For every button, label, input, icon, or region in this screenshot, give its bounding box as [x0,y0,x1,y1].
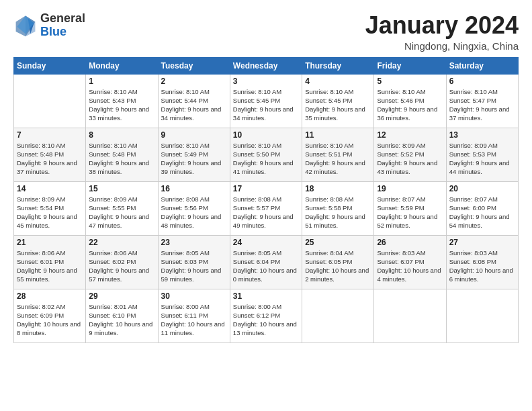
calendar-week-2: 14 Sunrise: 8:09 AM Sunset: 5:54 PM Dayl… [14,181,519,235]
day-number: 29 [89,291,154,301]
calendar-table: Sunday Monday Tuesday Wednesday Thursday… [13,57,519,343]
day-info: Sunrise: 8:00 AM Sunset: 6:11 PM Dayligh… [161,302,227,338]
day-number: 16 [161,184,227,193]
day-number: 19 [377,184,443,193]
calendar-cell: 7 Sunrise: 8:10 AMSunset: 5:48 PMDayligh… [14,128,86,181]
calendar-cell: 28 Sunrise: 8:02 AM Sunset: 6:09 PM Dayl… [14,289,86,342]
day-info: Sunrise: 8:07 AM Sunset: 5:59 PM Dayligh… [377,195,443,230]
day-number: 9 [161,130,227,140]
calendar-cell: 15 Sunrise: 8:09 AM Sunset: 5:55 PM Dayl… [86,181,158,235]
day-number: 12 [377,130,443,140]
day-info: Sunrise: 8:03 AM Sunset: 6:08 PM Dayligh… [449,248,515,284]
calendar-cell: 25 Sunrise: 8:04 AM Sunset: 6:05 PM Dayl… [302,235,374,289]
day-number: 4 [305,77,371,86]
calendar-cell: 2 Sunrise: 8:10 AM Sunset: 5:44 PM Dayli… [158,74,230,128]
day-info: Sunrise: 8:09 AM Sunset: 5:53 PM Dayligh… [449,141,515,177]
calendar-week-0: 1 Sunrise: 8:10 AM Sunset: 5:43 PM Dayli… [14,74,519,128]
th-friday: Friday [374,57,446,74]
day-info: Sunrise: 8:03 AM Sunset: 6:07 PM Dayligh… [377,248,443,284]
calendar-cell: 17 Sunrise: 8:08 AM Sunset: 5:57 PM Dayl… [230,181,302,235]
day-info: Sunrise: 8:10 AM Sunset: 5:50 PM Dayligh… [233,141,299,177]
day-number: 3 [233,77,299,86]
th-wednesday: Wednesday [230,57,302,74]
day-number: 27 [449,238,515,247]
day-info: Sunrise: 8:10 AM Sunset: 5:45 PM Dayligh… [233,87,299,123]
day-number: 30 [161,291,227,301]
day-number: 22 [89,238,154,247]
calendar-week-3: 21 Sunrise: 8:06 AM Sunset: 6:01 PM Dayl… [14,235,519,289]
day-number: 13 [449,130,515,140]
th-sunday: Sunday [14,57,86,74]
day-number: 2 [161,77,227,86]
calendar-cell: 8 Sunrise: 8:10 AM Sunset: 5:48 PM Dayli… [86,128,158,181]
th-tuesday: Tuesday [158,57,230,74]
day-info: Sunrise: 8:08 AM Sunset: 5:57 PM Dayligh… [233,195,299,230]
day-number: 5 [377,77,443,86]
day-info: Sunrise: 8:10 AM Sunset: 5:45 PM Dayligh… [305,87,371,123]
day-info: Sunrise: 8:10 AM Sunset: 5:44 PM Dayligh… [161,87,227,123]
calendar-cell: 13 Sunrise: 8:09 AM Sunset: 5:53 PM Dayl… [446,128,518,181]
calendar-cell: 1 Sunrise: 8:10 AM Sunset: 5:43 PM Dayli… [86,74,158,128]
logo-icon [13,13,38,38]
location: Ningdong, Ningxia, China [365,40,519,52]
calendar-cell: 3 Sunrise: 8:10 AM Sunset: 5:45 PM Dayli… [230,74,302,128]
day-info: Sunrise: 8:09 AM Sunset: 5:52 PM Dayligh… [377,141,443,177]
day-number: 28 [17,291,83,301]
calendar-cell: 5 Sunrise: 8:10 AM Sunset: 5:46 PM Dayli… [374,74,446,128]
calendar-week-4: 28 Sunrise: 8:02 AM Sunset: 6:09 PM Dayl… [14,289,519,342]
page-container: General Blue January 2024 Ningdong, Ning… [0,0,532,350]
calendar-cell [374,289,446,342]
day-info: Sunrise: 8:10 AM Sunset: 5:46 PM Dayligh… [377,87,443,123]
th-monday: Monday [86,57,158,74]
day-number: 7 [17,130,83,140]
day-info: Sunrise: 8:00 AM Sunset: 6:12 PM Dayligh… [233,302,299,338]
calendar-cell: 26 Sunrise: 8:03 AM Sunset: 6:07 PM Dayl… [374,235,446,289]
calendar-cell: 18 Sunrise: 8:08 AM Sunset: 5:58 PM Dayl… [302,181,374,235]
day-number: 24 [233,238,299,247]
day-info: Sunrise: 8:06 AM Sunset: 6:01 PM Dayligh… [17,248,83,284]
logo-general: General [40,12,85,26]
day-info: Sunrise: 8:04 AM Sunset: 6:05 PM Dayligh… [305,248,371,284]
day-number: 6 [449,77,515,86]
calendar-cell [302,289,374,342]
calendar-cell [446,289,518,342]
logo-blue: Blue [40,26,85,39]
logo: General Blue [13,12,85,39]
day-info: Sunrise: 8:02 AM Sunset: 6:09 PM Dayligh… [17,302,83,338]
day-info: Sunrise: 8:10 AM Sunset: 5:49 PM Dayligh… [161,141,227,177]
calendar-cell: 23 Sunrise: 8:05 AM Sunset: 6:03 PM Dayl… [158,235,230,289]
day-info: Sunrise: 8:10 AM Sunset: 5:51 PM Dayligh… [305,141,371,177]
day-number: 23 [161,238,227,247]
day-number: 25 [305,238,371,247]
calendar-cell: 20 Sunrise: 8:07 AM Sunset: 6:00 PM Dayl… [446,181,518,235]
calendar-cell: 27 Sunrise: 8:03 AM Sunset: 6:08 PM Dayl… [446,235,518,289]
calendar-cell: 12 Sunrise: 8:09 AM Sunset: 5:52 PM Dayl… [374,128,446,181]
calendar-week-1: 7 Sunrise: 8:10 AMSunset: 5:48 PMDayligh… [14,128,519,181]
calendar-cell: 21 Sunrise: 8:06 AM Sunset: 6:01 PM Dayl… [14,235,86,289]
header-row: Sunday Monday Tuesday Wednesday Thursday… [14,57,519,74]
day-info: Sunrise: 8:06 AM Sunset: 6:02 PM Dayligh… [89,248,154,284]
day-number: 8 [89,130,154,140]
day-number: 11 [305,130,371,140]
day-info: Sunrise: 8:08 AM Sunset: 5:56 PM Dayligh… [161,195,227,230]
calendar-cell: 4 Sunrise: 8:10 AM Sunset: 5:45 PM Dayli… [302,74,374,128]
th-thursday: Thursday [302,57,374,74]
day-number: 31 [233,291,299,301]
day-number: 15 [89,184,154,193]
calendar-cell: 10 Sunrise: 8:10 AM Sunset: 5:50 PM Dayl… [230,128,302,181]
day-number: 17 [233,184,299,193]
day-info: Sunrise: 8:05 AM Sunset: 6:03 PM Dayligh… [161,248,227,284]
calendar-cell: 22 Sunrise: 8:06 AM Sunset: 6:02 PM Dayl… [86,235,158,289]
day-number: 1 [89,77,154,86]
title-block: January 2024 Ningdong, Ningxia, China [365,12,519,52]
calendar-cell: 31 Sunrise: 8:00 AM Sunset: 6:12 PM Dayl… [230,289,302,342]
day-info: Sunrise: 8:09 AM Sunset: 5:55 PM Dayligh… [89,195,154,230]
day-info: Sunrise: 8:08 AM Sunset: 5:58 PM Dayligh… [305,195,371,230]
day-number: 14 [17,184,83,193]
calendar-cell: 19 Sunrise: 8:07 AM Sunset: 5:59 PM Dayl… [374,181,446,235]
day-info: Sunrise: 8:10 AM Sunset: 5:47 PM Dayligh… [449,87,515,123]
calendar-cell: 11 Sunrise: 8:10 AM Sunset: 5:51 PM Dayl… [302,128,374,181]
calendar-cell: 16 Sunrise: 8:08 AM Sunset: 5:56 PM Dayl… [158,181,230,235]
calendar-cell: 30 Sunrise: 8:00 AM Sunset: 6:11 PM Dayl… [158,289,230,342]
day-number: 20 [449,184,515,193]
